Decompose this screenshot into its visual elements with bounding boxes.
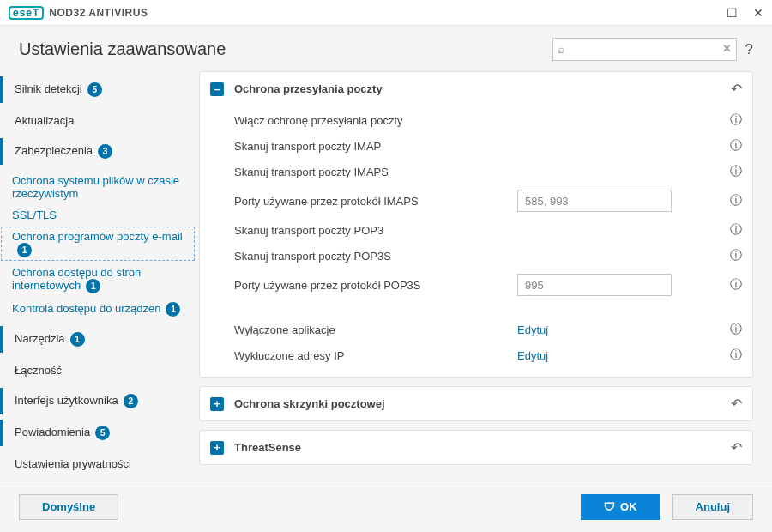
sidebar: Silnik detekcji5AktualizacjaZabezpieczen…	[0, 68, 196, 514]
shield-icon: 🛡	[604, 500, 615, 513]
sidebar-item-label: Łączność	[15, 364, 62, 377]
titlebar: eseT NOD32 ANTIVIRUS ☐ ✕	[0, 0, 772, 26]
info-icon[interactable]: ⓘ	[730, 193, 742, 209]
edit-link[interactable]: Edytuj	[517, 323, 548, 336]
sidebar-item-label: Ustawienia prywatności	[15, 457, 131, 470]
info-icon[interactable]: ⓘ	[730, 112, 742, 128]
info-icon[interactable]: ⓘ	[730, 277, 742, 293]
expand-icon[interactable]: +	[210, 397, 224, 411]
collapse-icon[interactable]: –	[210, 82, 224, 96]
sidebar-item-label: SSL/TLS	[12, 209, 57, 221]
panel-body: Włącz ochronę przesyłania pocztyⓘSkanuj …	[200, 106, 752, 377]
text-input[interactable]	[517, 274, 672, 296]
setting-label: Skanuj transport poczty POP3S	[234, 250, 517, 263]
help-icon[interactable]: ?	[745, 41, 753, 58]
sidebar-item[interactable]: Łączność	[0, 358, 196, 383]
panel: –Ochrona przesyłania poczty↶Włącz ochron…	[199, 71, 753, 378]
sidebar-subitem[interactable]: Ochrona dostępu do stron internetowych1	[0, 262, 196, 298]
content: –Ochrona przesyłania poczty↶Włącz ochron…	[196, 68, 772, 514]
sidebar-item[interactable]: Aktualizacja	[0, 108, 196, 133]
reset-icon[interactable]: ↶	[731, 396, 742, 412]
setting-label: Włącz ochronę przesyłania poczty	[234, 114, 517, 127]
sidebar-item[interactable]: Ustawienia prywatności	[0, 451, 196, 476]
edit-link[interactable]: Edytuj	[517, 349, 548, 362]
badge: 2	[124, 394, 138, 408]
search-icon: ⌕	[558, 42, 564, 56]
sidebar-item-label: Powiadomienia	[15, 426, 90, 438]
sidebar-item[interactable]: Narzędzia1	[0, 326, 196, 353]
panel-title: ThreatSense	[234, 441, 301, 454]
sidebar-item-label: Narzędzia	[15, 332, 65, 345]
setting-control	[517, 190, 697, 212]
panel-header[interactable]: +Ochrona skrzynki pocztowej↶	[200, 387, 752, 420]
close-icon[interactable]: ✕	[753, 6, 763, 20]
panel: +ThreatSense↶	[199, 430, 753, 465]
setting-row: Skanuj transport poczty POP3ⓘ	[200, 217, 752, 243]
cancel-button[interactable]: Anuluj	[672, 494, 753, 520]
panel-title: Ochrona skrzynki pocztowej	[234, 397, 385, 410]
setting-row: Skanuj transport poczty POP3Sⓘ	[200, 243, 752, 269]
sidebar-item-label: Ochrona systemu plików w czasie rzeczywi…	[12, 174, 179, 200]
default-button[interactable]: Domyślne	[19, 494, 118, 520]
ok-label: OK	[620, 500, 637, 513]
text-input[interactable]	[517, 190, 672, 212]
setting-label: Wyłączone aplikacje	[234, 323, 517, 336]
setting-row: Włącz ochronę przesyłania pocztyⓘ	[200, 107, 752, 133]
header: Ustawienia zaawansowane ⌕ ✕ ?	[0, 26, 772, 68]
sidebar-item[interactable]: Silnik detekcji5	[0, 76, 196, 103]
sidebar-item-label: Kontrola dostępu do urządzeń	[12, 302, 160, 315]
setting-label: Skanuj transport poczty IMAPS	[234, 166, 517, 178]
sidebar-item[interactable]: Zabezpieczenia3	[0, 138, 196, 165]
setting-row: Porty używane przez protokół POP3Sⓘ	[200, 269, 752, 301]
sidebar-item-label: Silnik detekcji	[15, 82, 82, 95]
search-input[interactable]	[552, 38, 737, 61]
sidebar-item-label: Aktualizacja	[15, 114, 74, 127]
sidebar-item[interactable]: Interfejs użytkownika2	[0, 388, 196, 414]
setting-row: Wykluczone adresy IPEdytujⓘ	[200, 342, 752, 368]
setting-control	[517, 274, 697, 296]
info-icon[interactable]: ⓘ	[730, 248, 742, 263]
clear-icon[interactable]: ✕	[722, 42, 732, 55]
sidebar-subitem[interactable]: Ochrona programów poczty e-mail1	[0, 226, 196, 262]
setting-row: Skanuj transport poczty IMAPⓘ	[200, 133, 752, 159]
badge: 1	[17, 243, 32, 257]
info-icon[interactable]: ⓘ	[730, 348, 742, 363]
badge: 1	[166, 302, 180, 317]
sidebar-subitem[interactable]: Kontrola dostępu do urządzeń1	[0, 298, 196, 321]
badge: 1	[86, 279, 100, 293]
setting-label: Porty używane przez protokół POP3S	[234, 279, 517, 292]
maximize-icon[interactable]: ☐	[727, 6, 738, 20]
search-wrap: ⌕ ✕	[552, 38, 737, 61]
panel-header[interactable]: +ThreatSense↶	[200, 431, 752, 464]
expand-icon[interactable]: +	[210, 441, 224, 455]
brand: eseT NOD32 ANTIVIRUS	[9, 6, 148, 20]
reset-icon[interactable]: ↶	[731, 81, 742, 97]
setting-label: Skanuj transport poczty IMAP	[234, 140, 517, 153]
setting-label: Wykluczone adresy IP	[234, 349, 517, 362]
setting-label: Porty używane przez protokół IMAPS	[234, 195, 517, 208]
panel-header[interactable]: –Ochrona przesyłania poczty↶	[200, 72, 752, 106]
window-controls: ☐ ✕	[727, 6, 763, 20]
sidebar-item-label: Interfejs użytkownika	[15, 394, 118, 407]
page-title: Ustawienia zaawansowane	[19, 39, 226, 59]
reset-icon[interactable]: ↶	[731, 439, 742, 456]
sidebar-subitem[interactable]: SSL/TLS	[0, 204, 196, 226]
setting-row: Skanuj transport poczty IMAPSⓘ	[200, 159, 752, 184]
footer: Domyślne 🛡 OK Anuluj	[0, 481, 772, 532]
ok-button[interactable]: 🛡 OK	[581, 494, 660, 520]
setting-control: Edytuj	[517, 349, 697, 362]
setting-control: Edytuj	[517, 323, 697, 336]
badge: 5	[95, 426, 110, 440]
setting-label: Skanuj transport poczty POP3	[234, 224, 517, 237]
sidebar-item[interactable]: Powiadomienia5	[0, 420, 196, 446]
info-icon[interactable]: ⓘ	[730, 222, 742, 238]
info-icon[interactable]: ⓘ	[730, 164, 742, 179]
setting-row: Porty używane przez protokół IMAPSⓘ	[200, 184, 752, 217]
spacer	[200, 301, 752, 317]
info-icon[interactable]: ⓘ	[730, 322, 742, 337]
main: Silnik detekcji5AktualizacjaZabezpieczen…	[0, 68, 772, 514]
sidebar-item-label: Zabezpieczenia	[15, 144, 93, 157]
info-icon[interactable]: ⓘ	[730, 138, 742, 154]
setting-row: Wyłączone aplikacjeEdytujⓘ	[200, 317, 752, 342]
sidebar-subitem[interactable]: Ochrona systemu plików w czasie rzeczywi…	[0, 170, 196, 204]
